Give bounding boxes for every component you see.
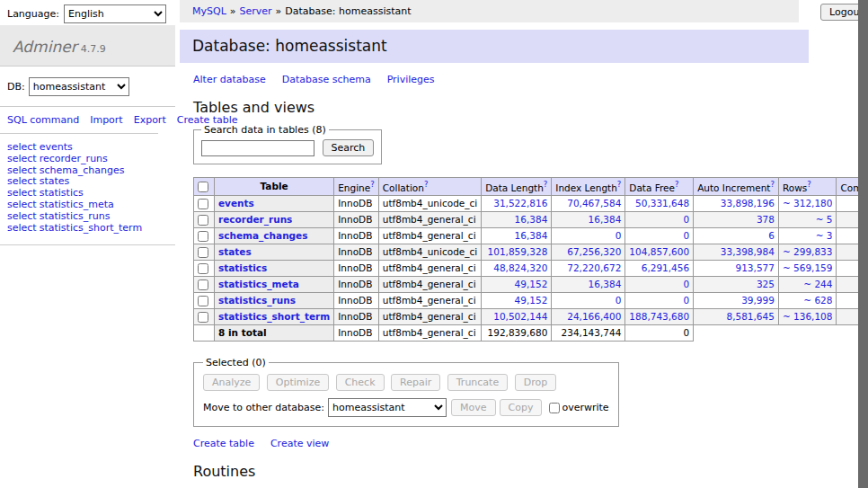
rows-link[interactable]: ~ 244 xyxy=(803,279,832,289)
rows-link[interactable]: ~ 569,159 xyxy=(783,262,833,273)
help-link[interactable]: ? xyxy=(544,180,548,189)
table-link[interactable]: statistics xyxy=(218,262,267,273)
db-select[interactable]: homeassistant xyxy=(29,77,129,96)
table-name-link[interactable]: recorder_runs xyxy=(40,153,108,164)
auto-increment-link[interactable]: 33,898,196 xyxy=(721,198,775,209)
scrollbar[interactable] xyxy=(858,0,868,488)
table-name-link[interactable]: statistics_short_term xyxy=(40,222,142,234)
rows-link[interactable]: ~ 136,108 xyxy=(783,311,833,322)
data-length-link[interactable]: 31,522,816 xyxy=(493,198,547,209)
data-length-link[interactable]: 49,152 xyxy=(515,295,548,306)
move-db-select[interactable]: homeassistant xyxy=(328,398,447,417)
table-name-link[interactable]: statistics_meta xyxy=(40,199,114,210)
index-length-link[interactable]: 16,384 xyxy=(589,214,622,225)
data-free-link[interactable]: 0 xyxy=(683,295,689,306)
help-link[interactable]: ? xyxy=(370,180,375,189)
index-length-link[interactable]: 24,166,400 xyxy=(567,311,621,322)
table-link[interactable]: events xyxy=(218,198,254,209)
row-checkbox[interactable] xyxy=(198,296,208,306)
data-length-link[interactable]: 16,384 xyxy=(515,214,548,225)
data-free-link[interactable]: 0 xyxy=(683,214,689,225)
table-row: statistics InnoDB utf8mb4_general_ci 48,… xyxy=(194,260,868,276)
help-link[interactable]: ? xyxy=(424,180,429,189)
rows-link[interactable]: ~ 3 xyxy=(816,230,833,241)
table-link[interactable]: statistics_runs xyxy=(218,295,296,306)
table-link[interactable]: statistics_meta xyxy=(218,279,299,289)
select-link[interactable]: select xyxy=(7,199,37,210)
data-free-link[interactable]: 50,331,648 xyxy=(635,198,689,209)
help-link[interactable]: ? xyxy=(807,180,811,189)
index-length-link[interactable]: 16,384 xyxy=(589,279,622,289)
auto-increment-link[interactable]: 325 xyxy=(757,279,775,289)
breadcrumb-server-link[interactable]: Server xyxy=(240,5,272,17)
table-name-link[interactable]: events xyxy=(40,141,73,153)
row-checkbox[interactable] xyxy=(198,263,208,274)
row-checkbox[interactable] xyxy=(198,312,208,323)
auto-increment-link[interactable]: 913,577 xyxy=(736,262,775,273)
select-link[interactable]: select xyxy=(7,141,37,153)
auto-increment-link[interactable]: 39,999 xyxy=(741,295,775,306)
table-name-link[interactable]: states xyxy=(40,175,70,187)
select-all-checkbox[interactable] xyxy=(198,182,208,192)
index-length-link[interactable]: 0 xyxy=(616,295,622,306)
table-name-link[interactable]: statistics xyxy=(40,187,84,199)
data-free-link[interactable]: 104,857,600 xyxy=(629,246,689,257)
select-link[interactable]: select xyxy=(7,175,37,187)
select-link[interactable]: select xyxy=(7,187,37,199)
move-label: Move to other database: xyxy=(203,402,324,413)
search-button[interactable]: Search xyxy=(323,139,375,156)
database-schema-link[interactable]: Database schema xyxy=(282,74,371,85)
search-input[interactable] xyxy=(201,140,314,156)
data-length-link[interactable]: 101,859,328 xyxy=(488,246,548,257)
help-link[interactable]: ? xyxy=(770,180,775,189)
row-checkbox[interactable] xyxy=(198,247,208,258)
row-checkbox[interactable] xyxy=(198,215,208,226)
select-link[interactable]: select xyxy=(7,222,37,234)
auto-increment-link[interactable]: 8,581,645 xyxy=(726,311,774,322)
table-name-link[interactable]: statistics_runs xyxy=(40,210,111,222)
select-link[interactable]: select xyxy=(7,210,37,222)
privileges-link[interactable]: Privileges xyxy=(387,74,435,85)
auto-increment-link[interactable]: 6 xyxy=(768,230,775,241)
row-checkbox[interactable] xyxy=(198,231,208,242)
data-free-link[interactable]: 0 xyxy=(683,230,689,241)
sidebar-main-links: SQL commandImportExportCreate table xyxy=(0,107,158,134)
select-link[interactable]: select xyxy=(7,153,37,164)
table-name-link[interactable]: schema_changes xyxy=(40,164,125,176)
help-link[interactable]: ? xyxy=(617,180,622,189)
rows-link[interactable]: ~ 5 xyxy=(816,214,833,225)
data-free-link[interactable]: 6,291,456 xyxy=(642,262,689,273)
import-link[interactable]: Import xyxy=(90,114,123,126)
data-free-link[interactable]: 0 xyxy=(683,279,689,289)
index-length-link[interactable]: 67,256,320 xyxy=(567,246,621,257)
create-table-link[interactable]: Create table xyxy=(193,438,254,449)
sql-command-link[interactable]: SQL command xyxy=(7,114,79,126)
rows-link[interactable]: ~ 628 xyxy=(803,295,832,306)
overwrite-checkbox[interactable] xyxy=(549,403,560,413)
rows-link[interactable]: ~ 312,180 xyxy=(783,198,833,209)
auto-increment-link[interactable]: 33,398,984 xyxy=(721,246,775,257)
row-checkbox[interactable] xyxy=(198,279,208,290)
table-link[interactable]: recorder_runs xyxy=(218,214,292,225)
table-link[interactable]: schema_changes xyxy=(218,230,308,241)
select-link[interactable]: select xyxy=(7,164,37,176)
auto-increment-link[interactable]: 378 xyxy=(757,214,775,225)
export-link[interactable]: Export xyxy=(134,114,166,126)
index-length-link[interactable]: 0 xyxy=(616,230,622,241)
language-select[interactable]: English xyxy=(64,4,166,23)
data-length-link[interactable]: 49,152 xyxy=(515,279,548,289)
data-length-link[interactable]: 48,824,320 xyxy=(493,262,547,273)
rows-link[interactable]: ~ 299,833 xyxy=(783,246,833,257)
row-checkbox[interactable] xyxy=(198,199,208,209)
index-length-link[interactable]: 70,467,584 xyxy=(567,198,621,209)
help-link[interactable]: ? xyxy=(675,180,679,189)
table-link[interactable]: statistics_short_term xyxy=(218,311,330,322)
table-link[interactable]: states xyxy=(218,246,252,257)
index-length-link[interactable]: 72,220,672 xyxy=(567,262,621,273)
data-length-link[interactable]: 16,384 xyxy=(515,230,548,241)
create-view-link[interactable]: Create view xyxy=(270,438,329,449)
data-free-link[interactable]: 188,743,680 xyxy=(629,311,689,322)
data-length-link[interactable]: 10,502,144 xyxy=(493,311,547,322)
breadcrumb-mysql-link[interactable]: MySQL xyxy=(192,5,226,17)
alter-database-link[interactable]: Alter database xyxy=(193,74,266,85)
